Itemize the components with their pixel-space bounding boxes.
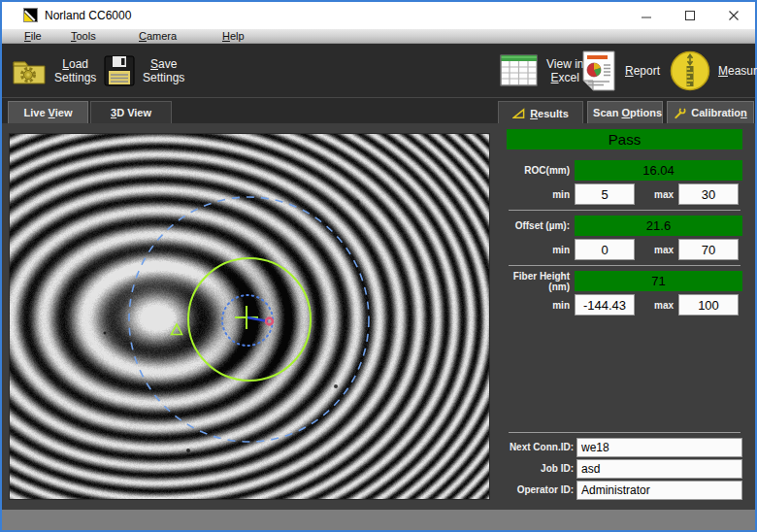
roc-max-label: max [642, 189, 678, 200]
close-icon [729, 11, 739, 20]
maximize-icon [685, 11, 695, 20]
fiber-height-label: Fiber Height (nm) [507, 271, 575, 292]
tab-calibration-label: Calibration [691, 107, 746, 118]
fiber-height-min-label: min [507, 300, 575, 311]
save-settings-label: Save Settings [143, 57, 184, 84]
maximize-button[interactable] [668, 2, 711, 29]
fiber-height-max-label: max [642, 300, 678, 311]
overlay-fit-circle [188, 258, 311, 381]
next-conn-id-input[interactable] [576, 438, 742, 457]
tab-results-label: Results [530, 108, 569, 119]
floppy-disk-icon [104, 55, 135, 86]
tab-calibration[interactable]: Calibration [667, 101, 754, 124]
section-divider [509, 210, 741, 211]
overlay-center-cross [235, 306, 258, 329]
window-title: Norland CC6000 [45, 9, 131, 22]
offset-min-input[interactable] [575, 239, 635, 260]
tab-live-view[interactable]: Live View [8, 101, 88, 124]
tab-results[interactable]: Results [498, 101, 583, 124]
roc-value: 16.04 [575, 160, 742, 181]
menu-tools[interactable]: Tools [71, 30, 96, 42]
fiber-height-value: 71 [575, 271, 742, 291]
results-panel: Pass ROC(mm) 16.04 min max Offset (µm): … [495, 123, 755, 510]
app-logo-icon [23, 8, 38, 22]
spreadsheet-icon [500, 54, 539, 87]
view-in-excel-label: View in Excel [546, 57, 583, 84]
folder-gear-icon [12, 56, 47, 85]
next-conn-id-label: Next Conn.ID: [507, 443, 576, 452]
measure-button[interactable]: Measure [670, 44, 757, 98]
offset-label: Offset (µm): [507, 220, 575, 231]
section-divider [509, 432, 741, 433]
fiber-height-max-input[interactable] [678, 294, 739, 316]
section-divider [509, 265, 741, 266]
tab-strip: Live View 3D View Results Scan Options C… [2, 97, 755, 123]
roc-min-label: min [507, 189, 575, 200]
roc-max-input[interactable] [678, 183, 739, 205]
tab-live-view-label: Live View [24, 107, 73, 118]
tab-scan-options[interactable]: Scan Options [587, 101, 663, 124]
overlay-outer-circle [129, 197, 369, 442]
calibration-wrench-icon [674, 107, 686, 119]
toolbar: Load Settings Save Settings [2, 44, 755, 98]
overlay-triangle-marker [172, 324, 182, 335]
report-document-icon [580, 50, 617, 91]
content-area: Pass ROC(mm) 16.04 min max Offset (µm): … [2, 123, 755, 510]
operator-id-input[interactable] [576, 481, 742, 500]
offset-min-label: min [507, 245, 575, 255]
close-button[interactable] [711, 2, 755, 29]
report-label: Report [625, 64, 660, 78]
job-id-label: Job ID: [507, 464, 576, 474]
measurement-overlay [10, 134, 489, 499]
results-triangle-icon [512, 108, 525, 119]
tab-3d-view-label: 3D View [111, 107, 151, 118]
menu-file[interactable]: File [24, 30, 42, 42]
title-bar: Norland CC6000 [2, 2, 755, 29]
offset-max-label: max [642, 245, 678, 255]
app-window: Norland CC6000 File Tools Camera Help [0, 0, 757, 532]
load-settings-label: Load Settings [54, 57, 96, 84]
menu-help[interactable]: Help [222, 30, 245, 42]
minimize-button[interactable] [624, 2, 668, 29]
load-settings-button[interactable]: Load Settings [12, 44, 96, 98]
save-settings-button[interactable]: Save Settings [104, 44, 184, 98]
tab-3d-view[interactable]: 3D View [90, 101, 172, 124]
job-id-input[interactable] [576, 459, 742, 479]
measure-ruler-icon [670, 50, 710, 91]
live-interferogram-view[interactable] [10, 134, 489, 499]
offset-value: 21.6 [575, 216, 742, 236]
menu-camera[interactable]: Camera [139, 30, 177, 42]
overlay-apex-marker [266, 318, 273, 325]
view-in-excel-button[interactable]: View in Excel [500, 44, 583, 98]
menu-bar: File Tools Camera Help [2, 29, 755, 44]
report-button[interactable]: Report [580, 44, 660, 98]
operator-id-label: Operator ID: [507, 485, 576, 495]
roc-min-input[interactable] [575, 183, 635, 205]
tab-scan-options-label: Scan Options [593, 107, 662, 118]
measure-label: Measure [718, 64, 757, 78]
offset-max-input[interactable] [678, 239, 739, 260]
status-bar [2, 510, 755, 530]
fiber-height-min-input[interactable] [575, 294, 635, 316]
roc-label: ROC(mm) [507, 165, 575, 176]
pass-status-bar: Pass [507, 129, 742, 150]
minimize-icon [642, 11, 651, 20]
